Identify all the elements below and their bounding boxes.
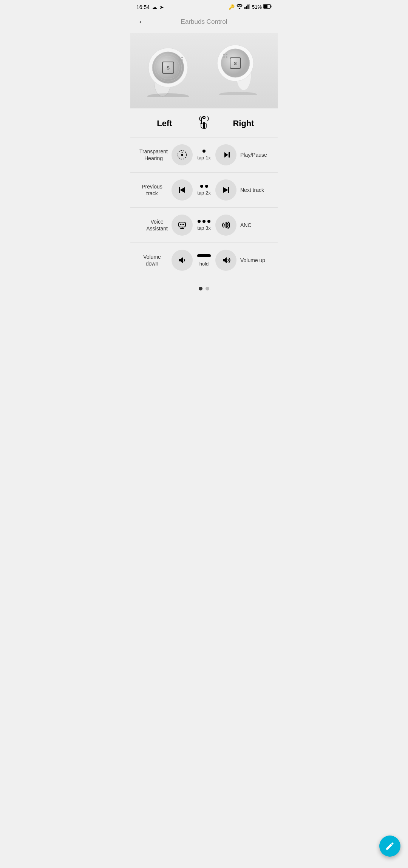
svg-point-29 xyxy=(203,116,205,119)
tap-dot-1 xyxy=(202,150,206,153)
svg-point-15 xyxy=(181,57,183,58)
battery-icon xyxy=(263,4,272,10)
page-dot-1[interactable] xyxy=(199,287,202,290)
tap3-label: tap 3x xyxy=(197,225,210,231)
tap-dot-1 xyxy=(198,220,201,223)
skip-forward-icon[interactable] xyxy=(215,179,236,201)
svg-marker-36 xyxy=(180,187,185,193)
voice-assistant-icon[interactable] xyxy=(172,215,193,236)
svg-point-25 xyxy=(226,54,227,55)
tap-dot-2 xyxy=(202,220,206,223)
svg-point-16 xyxy=(179,59,180,61)
page-indicators xyxy=(130,278,278,298)
earbuds-image: S xyxy=(130,33,278,108)
right-control-anc: ANC xyxy=(215,215,272,236)
volume-down-label: Volume down xyxy=(136,253,168,267)
transparent-hearing-icon[interactable] xyxy=(172,144,193,165)
wifi-icon xyxy=(236,4,243,10)
left-control-vol-down: Volume down xyxy=(136,250,193,271)
svg-point-18 xyxy=(147,93,189,97)
status-left: 16:54 ☁ ➤ xyxy=(136,4,164,10)
prev-track-label: Previous track xyxy=(136,183,168,197)
svg-point-28 xyxy=(219,92,257,95)
volume-up-icon[interactable] xyxy=(215,250,236,271)
svg-point-14 xyxy=(179,57,180,58)
right-column-header: Right xyxy=(215,119,272,128)
svg-marker-33 xyxy=(224,152,228,158)
tap-dot-2 xyxy=(205,185,208,188)
status-right: 🔑 51% xyxy=(229,4,272,10)
tap1-label: tap 1x xyxy=(197,155,210,161)
svg-rect-6 xyxy=(271,6,272,8)
right-earbud: S xyxy=(213,39,263,95)
touch-icon-header xyxy=(193,116,215,131)
svg-text:S: S xyxy=(167,65,170,71)
tap-dot-3 xyxy=(207,220,210,223)
svg-point-26 xyxy=(223,56,225,58)
svg-marker-38 xyxy=(223,187,228,193)
svg-rect-1 xyxy=(246,6,247,9)
svg-rect-43 xyxy=(226,222,227,229)
svg-text:S: S xyxy=(234,61,236,66)
location-icon: ➤ xyxy=(159,4,164,10)
battery-percent: 51% xyxy=(252,4,262,10)
anc-icon[interactable] xyxy=(215,215,236,236)
left-control-transparent: TransparentHearing xyxy=(136,144,193,165)
hold-label: hold xyxy=(199,261,209,267)
controls-section: Left Right TransparentHearing xyxy=(130,108,278,298)
anc-label: ANC xyxy=(240,222,252,229)
tap1-center: tap 1x xyxy=(193,150,215,161)
left-control-voice: VoiceAssistant xyxy=(136,215,193,236)
svg-rect-3 xyxy=(249,4,250,9)
back-button[interactable]: ← xyxy=(136,15,148,28)
tap3-dots xyxy=(198,220,210,223)
svg-rect-2 xyxy=(247,5,249,9)
key-icon: 🔑 xyxy=(229,4,235,10)
right-control-playpause: Play/Pause xyxy=(215,144,272,165)
left-earbud: S xyxy=(142,40,195,97)
next-track-label: Next track xyxy=(240,187,264,193)
cloud-icon: ☁ xyxy=(152,4,157,10)
svg-point-32 xyxy=(182,152,183,153)
hold-center: hold xyxy=(193,254,215,267)
svg-point-27 xyxy=(226,56,227,58)
page-title: Earbuds Control xyxy=(181,18,227,26)
transparent-hearing-label: TransparentHearing xyxy=(139,148,168,162)
svg-rect-34 xyxy=(229,152,230,158)
svg-point-40 xyxy=(180,224,181,225)
svg-point-17 xyxy=(181,59,183,61)
tap2-label: tap 2x xyxy=(197,190,210,196)
control-row-tap2: Previous track tap 2x Next t xyxy=(130,172,278,207)
svg-point-42 xyxy=(183,224,184,225)
tap-dot-1 xyxy=(200,185,203,188)
signal-icon xyxy=(244,4,250,10)
page-dot-2[interactable] xyxy=(206,287,209,290)
left-column-header: Left xyxy=(136,119,193,128)
status-bar: 16:54 ☁ ➤ 🔑 51% xyxy=(130,0,278,12)
skip-back-icon[interactable] xyxy=(172,179,193,201)
tap2-dots xyxy=(200,185,208,188)
volume-down-icon[interactable] xyxy=(172,250,193,271)
play-pause-label: Play/Pause xyxy=(240,151,267,158)
play-pause-icon[interactable] xyxy=(215,144,236,165)
svg-point-31 xyxy=(181,154,183,156)
tap3-center: tap 3x xyxy=(193,220,215,231)
control-row-hold: Volume down hold xyxy=(130,242,278,278)
tap1-dots xyxy=(202,150,206,153)
svg-point-41 xyxy=(182,224,183,225)
volume-up-label: Volume up xyxy=(240,257,265,264)
controls-header: Left Right xyxy=(130,116,278,136)
voice-assistant-label: VoiceAssistant xyxy=(146,218,168,232)
control-row-tap3: VoiceAssistant tap 3x xyxy=(130,207,278,242)
right-control-vol-up: Volume up xyxy=(215,250,272,271)
right-control-next-track: Next track xyxy=(215,179,272,201)
svg-rect-5 xyxy=(264,5,267,8)
svg-rect-0 xyxy=(244,7,246,9)
control-row-tap1: TransparentHearing tap 1x xyxy=(130,137,278,172)
hold-bar xyxy=(197,254,211,257)
top-bar: ← Earbuds Control xyxy=(130,12,278,33)
svg-point-24 xyxy=(223,54,225,55)
tap2-center: tap 2x xyxy=(193,185,215,196)
time: 16:54 xyxy=(136,4,150,10)
left-control-prev-track: Previous track xyxy=(136,179,193,201)
